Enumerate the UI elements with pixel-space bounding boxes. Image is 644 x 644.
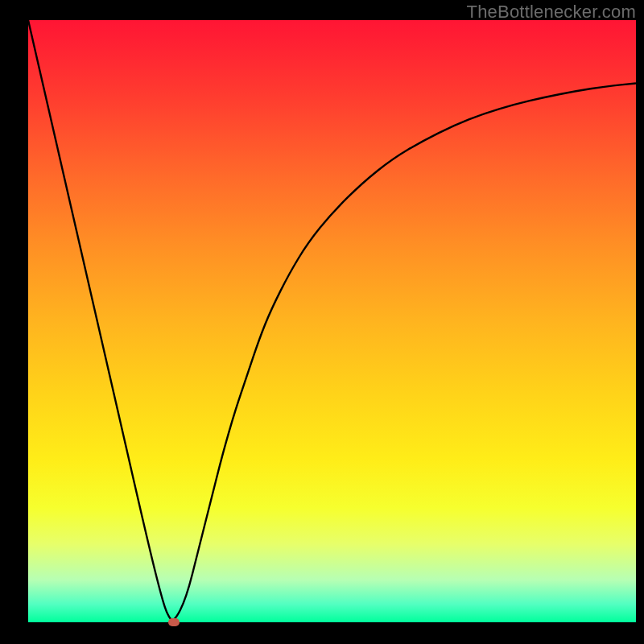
optimal-point-marker xyxy=(168,618,180,626)
plot-area xyxy=(28,20,636,622)
chart-frame: TheBottlenecker.com xyxy=(0,0,644,644)
bottleneck-curve xyxy=(28,20,636,622)
curve-path xyxy=(28,20,636,620)
watermark-text: TheBottlenecker.com xyxy=(467,2,636,23)
